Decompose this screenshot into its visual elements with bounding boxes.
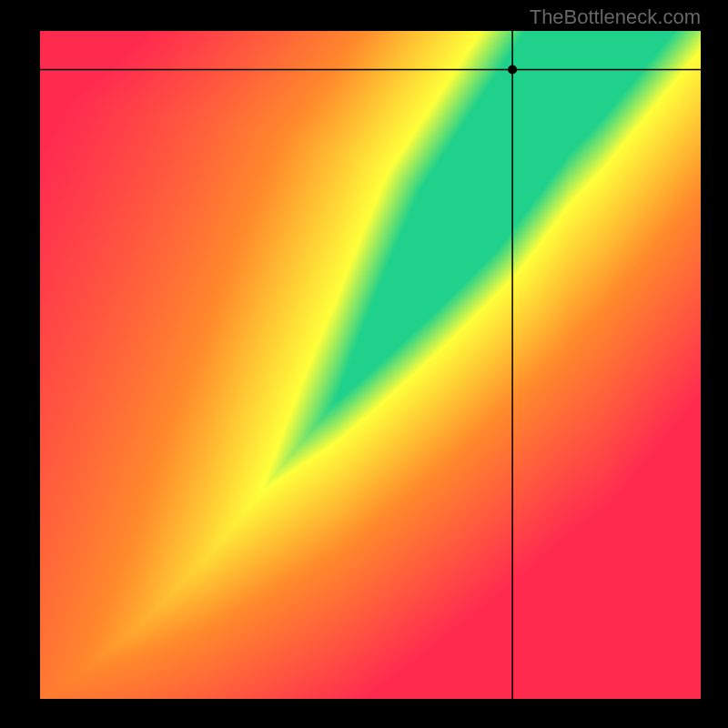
watermark-text: TheBottleneck.com — [530, 5, 701, 29]
chart-container: TheBottleneck.com — [0, 0, 728, 728]
bottleneck-heatmap — [0, 0, 728, 728]
